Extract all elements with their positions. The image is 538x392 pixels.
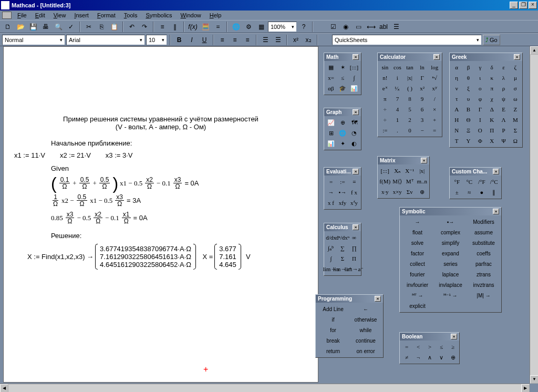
palette-button[interactable]: ξ — [462, 83, 474, 94]
scroll-up-button[interactable]: ▲ — [530, 46, 538, 55]
palette-button[interactable]: x² — [416, 83, 429, 94]
align-right-button[interactable]: ≡ — [242, 34, 253, 46]
greek-palette[interactable]: Greek× αβγδεζηθικλμνξοπρστυφχψωΑΒΓΔΕΖΗΘΙ… — [449, 53, 523, 148]
palette-button[interactable]: δ — [486, 62, 498, 73]
palette-button[interactable]: + — [428, 115, 441, 125]
palette-button[interactable]: ◐ — [348, 138, 360, 149]
palette-button[interactable]: < — [412, 342, 424, 352]
palette-button[interactable]: ≈ — [463, 187, 476, 198]
math-palette[interactable]: Math× ▦✶[:::]x=≤∫αβ🎓📊 — [324, 53, 361, 95]
palette-button[interactable]: φ — [474, 94, 486, 104]
cut-button[interactable]: ✂ — [83, 21, 95, 33]
palette-button[interactable]: . — [391, 125, 404, 136]
palette-button[interactable]: → — [325, 187, 337, 198]
undo-button[interactable]: ↶ — [126, 21, 138, 33]
eval-palette[interactable]: Evaluati...× =:=≡→•→f xx fxfyxᶠy — [324, 167, 361, 210]
palette-button[interactable]: |x| — [416, 166, 429, 176]
palette-button[interactable]: ⊕ — [416, 187, 429, 197]
palette-button[interactable]: := — [379, 125, 391, 136]
palette-button[interactable]: ω — [510, 94, 521, 104]
palette-button[interactable]: 8 — [404, 94, 416, 104]
palette-button[interactable]: Μ — [510, 115, 521, 125]
close-icon[interactable]: × — [353, 54, 359, 60]
slider-button[interactable]: ⟷ — [365, 21, 377, 33]
palette-button[interactable]: = — [428, 125, 441, 136]
scroll-right-button[interactable]: ▶ — [521, 384, 530, 392]
menu-file[interactable]: File — [13, 11, 31, 19]
save-button[interactable]: 💾 — [27, 21, 39, 33]
palette-button[interactable]: Θ — [462, 115, 474, 125]
palette-button[interactable]: on error — [349, 346, 382, 356]
palette-button[interactable]: Κ — [486, 115, 498, 125]
close-icon[interactable]: × — [451, 334, 457, 339]
palette-button[interactable]: ⊕ — [337, 117, 348, 128]
palette-button[interactable]: αβ — [325, 83, 337, 94]
palette-button[interactable]: ¬ — [412, 352, 424, 363]
palette-button[interactable]: ψ — [498, 94, 509, 104]
palette-button[interactable]: λ — [498, 73, 509, 83]
palette-button[interactable]: lim→a⁻ — [348, 264, 360, 274]
palette-button[interactable]: 0 — [404, 125, 416, 136]
palette-button[interactable]: fourier — [401, 269, 434, 280]
palette-button[interactable]: → — [401, 216, 434, 227]
palette-button[interactable]: return — [317, 346, 349, 356]
palette-button[interactable]: π — [379, 94, 391, 104]
palette-button[interactable]: f(M) — [379, 176, 391, 187]
calc-button[interactable]: = — [212, 21, 224, 33]
palette-button[interactable]: continue — [349, 335, 382, 346]
palette-button[interactable]: τ — [451, 94, 462, 104]
matrix-palette[interactable]: Matrix× [:::]XₙX⁻¹|x|f(M)M⟨⟩Mᵀm..nx·yx×y… — [377, 156, 430, 199]
menu-tools[interactable]: Tools — [120, 11, 142, 19]
palette-button[interactable]: °F — [451, 177, 463, 187]
help-button[interactable]: ? — [298, 21, 309, 33]
palette-button[interactable]: ln — [416, 62, 429, 73]
palette-button[interactable]: 📈 — [325, 117, 337, 128]
palette-button[interactable]: /°C — [488, 177, 501, 187]
palette-button[interactable]: coeffs — [467, 248, 500, 259]
symbolic-palette[interactable]: Symbolic× →▪→Modifiersfloatcomplexassume… — [399, 207, 502, 313]
menu-view[interactable]: View — [49, 11, 70, 19]
palette-button[interactable]: μ — [510, 73, 521, 83]
palette-button[interactable]: ztrans — [467, 269, 500, 280]
palette-button[interactable]: ✦ — [337, 138, 348, 149]
textinput-button[interactable]: abl — [378, 21, 389, 33]
size-dropdown[interactable]: 10▾ — [146, 35, 167, 45]
menu-symbolics[interactable]: Symbolics — [141, 11, 176, 19]
menu-edit[interactable]: Edit — [31, 11, 49, 19]
palette-button[interactable]: x×y — [391, 187, 404, 197]
preview-button[interactable]: 🔍 — [53, 21, 64, 33]
palette-button[interactable]: 5 — [404, 104, 416, 115]
palette-button[interactable]: assume — [467, 227, 500, 238]
palette-button[interactable]: Φ — [474, 136, 486, 146]
close-icon[interactable]: × — [353, 224, 359, 230]
palette-button[interactable]: Υ — [462, 136, 474, 146]
palette-button[interactable]: collect — [401, 259, 434, 269]
web-button[interactable]: 🌐 — [230, 21, 242, 33]
underline-button[interactable]: U — [199, 34, 210, 46]
palette-button[interactable]: invztrans — [467, 280, 500, 290]
palette-button[interactable]: parfrac — [467, 259, 500, 269]
zoom-dropdown[interactable]: 100%▾ — [268, 22, 297, 32]
palette-button[interactable]: ∨ — [436, 352, 447, 363]
palette-button[interactable]: ¹⁄ₓ — [391, 83, 404, 94]
palette-button[interactable]: simplify — [434, 238, 467, 248]
copy-button[interactable]: ⎘ — [96, 21, 107, 33]
palette-button[interactable]: laplace — [434, 269, 467, 280]
component-button[interactable]: ⚙ — [243, 21, 254, 33]
go-button[interactable]: ⤴Go — [483, 35, 500, 45]
palette-button[interactable]: ● — [475, 187, 488, 198]
palette-button[interactable]: 🌐 — [337, 128, 348, 138]
palette-button[interactable]: break — [317, 335, 349, 346]
spelling-button[interactable]: ✓ — [65, 21, 77, 33]
close-button[interactable]: × — [529, 2, 537, 9]
palette-button[interactable]: Τ — [451, 136, 462, 146]
palette-button[interactable]: x·y — [379, 187, 391, 197]
palette-button[interactable]: |x| — [404, 73, 416, 83]
palette-button[interactable]: ρ — [498, 83, 509, 94]
new-button[interactable]: 🗋 — [2, 21, 14, 33]
palette-button[interactable]: ∏ — [348, 243, 360, 253]
align2-button[interactable]: ‖ — [169, 21, 181, 33]
palette-button[interactable] — [434, 301, 467, 311]
close-icon[interactable]: × — [353, 109, 359, 115]
palette-button[interactable]: solve — [401, 238, 434, 248]
